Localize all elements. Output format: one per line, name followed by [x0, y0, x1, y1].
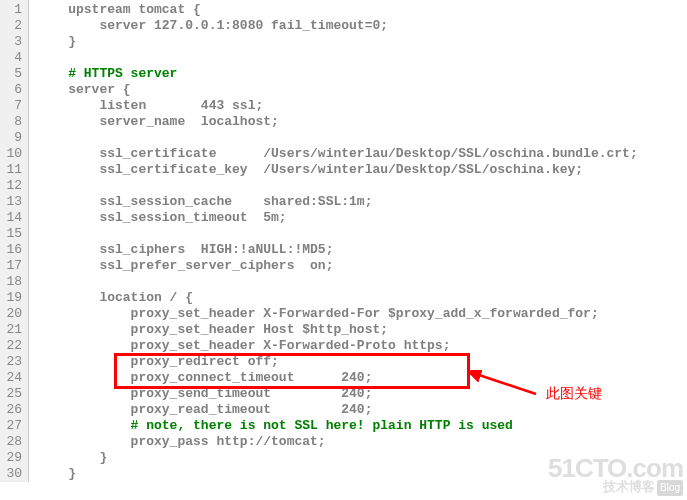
- line-number: 19: [0, 290, 28, 306]
- code-line: ssl_certificate_key /Users/winterlau/Des…: [37, 162, 638, 178]
- code-line: proxy_redirect off;: [37, 354, 638, 370]
- code-line: ssl_ciphers HIGH:!aNULL:!MD5;: [37, 242, 638, 258]
- line-number: 26: [0, 402, 28, 418]
- line-number: 17: [0, 258, 28, 274]
- line-number: 3: [0, 34, 28, 50]
- code-line: }: [37, 466, 638, 482]
- line-number-gutter: 1234567891011121314151617181920212223242…: [0, 0, 29, 482]
- code-line: proxy_set_header X-Forwarded-For $proxy_…: [37, 306, 638, 322]
- code-line: [37, 130, 638, 146]
- code-line: proxy_read_timeout 240;: [37, 402, 638, 418]
- code-line: }: [37, 450, 638, 466]
- code-line: server 127.0.0.1:8080 fail_timeout=0;: [37, 18, 638, 34]
- code-line: proxy_set_header Host $http_host;: [37, 322, 638, 338]
- line-number: 22: [0, 338, 28, 354]
- code-line: }: [37, 34, 638, 50]
- line-number: 15: [0, 226, 28, 242]
- line-number: 24: [0, 370, 28, 386]
- line-number: 30: [0, 466, 28, 482]
- code-line: proxy_connect_timeout 240;: [37, 370, 638, 386]
- line-number: 7: [0, 98, 28, 114]
- code-editor: 1234567891011121314151617181920212223242…: [0, 0, 687, 482]
- watermark-tag: Blog: [657, 480, 683, 496]
- code-line: proxy_pass http://tomcat;: [37, 434, 638, 450]
- line-number: 25: [0, 386, 28, 402]
- line-number: 4: [0, 50, 28, 66]
- line-number: 2: [0, 18, 28, 34]
- code-line: [37, 178, 638, 194]
- code-line: ssl_certificate /Users/winterlau/Desktop…: [37, 146, 638, 162]
- line-number: 18: [0, 274, 28, 290]
- line-number: 29: [0, 450, 28, 466]
- line-number: 6: [0, 82, 28, 98]
- code-line: [37, 226, 638, 242]
- code-line: location / {: [37, 290, 638, 306]
- code-line: # note, there is not SSL here! plain HTT…: [37, 418, 638, 434]
- code-line: upstream tomcat {: [37, 2, 638, 18]
- line-number: 8: [0, 114, 28, 130]
- line-number: 12: [0, 178, 28, 194]
- code-line: listen 443 ssl;: [37, 98, 638, 114]
- line-number: 13: [0, 194, 28, 210]
- code-line: [37, 274, 638, 290]
- line-number: 10: [0, 146, 28, 162]
- annotation-label: 此图关键: [546, 385, 602, 401]
- code-line: proxy_set_header X-Forwarded-Proto https…: [37, 338, 638, 354]
- line-number: 1: [0, 2, 28, 18]
- line-number: 16: [0, 242, 28, 258]
- code-line: [37, 50, 638, 66]
- code-line: # HTTPS server: [37, 66, 638, 82]
- line-number: 28: [0, 434, 28, 450]
- line-number: 23: [0, 354, 28, 370]
- code-line: server {: [37, 82, 638, 98]
- code-line: ssl_session_cache shared:SSL:1m;: [37, 194, 638, 210]
- code-line: ssl_session_timeout 5m;: [37, 210, 638, 226]
- line-number: 5: [0, 66, 28, 82]
- line-number: 27: [0, 418, 28, 434]
- line-number: 20: [0, 306, 28, 322]
- code-content: upstream tomcat { server 127.0.0.1:8080 …: [29, 0, 638, 482]
- line-number: 14: [0, 210, 28, 226]
- line-number: 21: [0, 322, 28, 338]
- line-number: 11: [0, 162, 28, 178]
- code-line: ssl_prefer_server_ciphers on;: [37, 258, 638, 274]
- code-line: server_name localhost;: [37, 114, 638, 130]
- line-number: 9: [0, 130, 28, 146]
